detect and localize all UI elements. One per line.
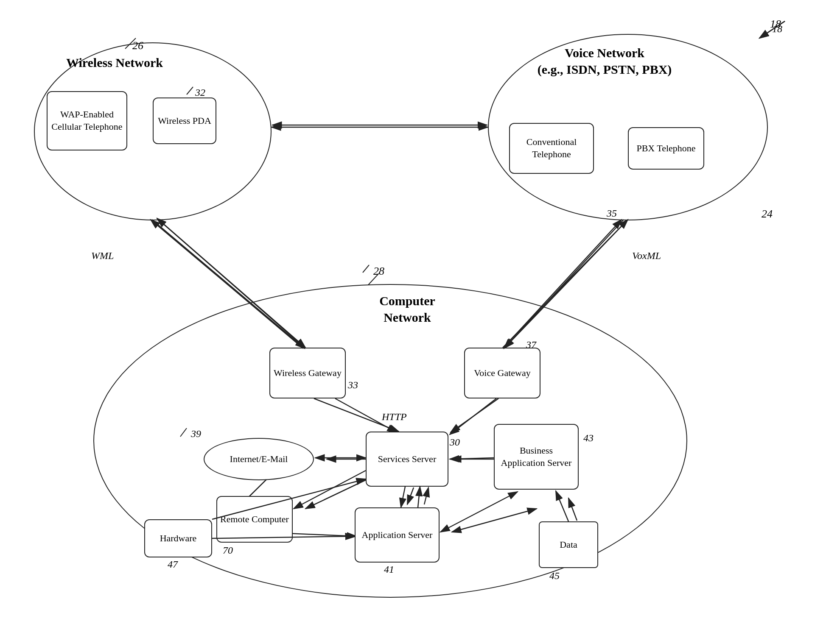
svg-line-21 [125,38,136,49]
ref-47: 47 [168,559,178,570]
wml-label: WML [91,250,114,262]
voice-gateway-box: Voice Gateway [464,348,540,398]
svg-line-24 [180,428,187,437]
ref-24: 24 [762,208,773,220]
ref-45: 45 [549,570,560,582]
hardware-box: Hardware [144,519,212,557]
remote-computer-box: Remote Computer [216,496,293,543]
ref-41: 41 [384,564,394,575]
wireless-gateway-box: Wireless Gateway [269,348,346,398]
ref18-arrow [747,17,789,42]
ref-43: 43 [583,432,594,444]
svg-line-23 [363,265,369,273]
svg-line-22 [187,87,193,95]
data-box: Data [539,521,598,568]
computer-network-label: ComputerNetwork [331,292,484,326]
wap-cellular-box: WAP-Enabled Cellular Telephone [47,91,127,150]
services-server-box: Services Server [366,432,448,487]
diagram-container: 18 18 26 Wireless Network WAP-Enabled Ce… [0,0,840,624]
business-app-server-box: Business Application Server [494,424,579,490]
ref-70: 70 [223,545,233,556]
ref-37: 37 [526,339,536,351]
ref-35: 35 [607,208,617,219]
conventional-telephone-box: Conventional Telephone [509,123,594,174]
ref-18-label: 18 [770,18,781,31]
wireless-pda-box: Wireless PDA [153,98,216,144]
http-label: HTTP [382,411,407,423]
ref-33: 33 [348,379,358,391]
application-server-box: Application Server [355,507,440,563]
voxml-label: VoxML [632,250,661,262]
voice-network-label: Voice Network(e.g., ISDN, PSTN, PBX) [494,45,715,78]
wireless-network-label: Wireless Network [38,54,191,71]
ref-30: 30 [450,437,460,448]
pbx-telephone-box: PBX Telephone [628,127,704,170]
internet-email-box: Internet/E-Mail [204,438,314,480]
